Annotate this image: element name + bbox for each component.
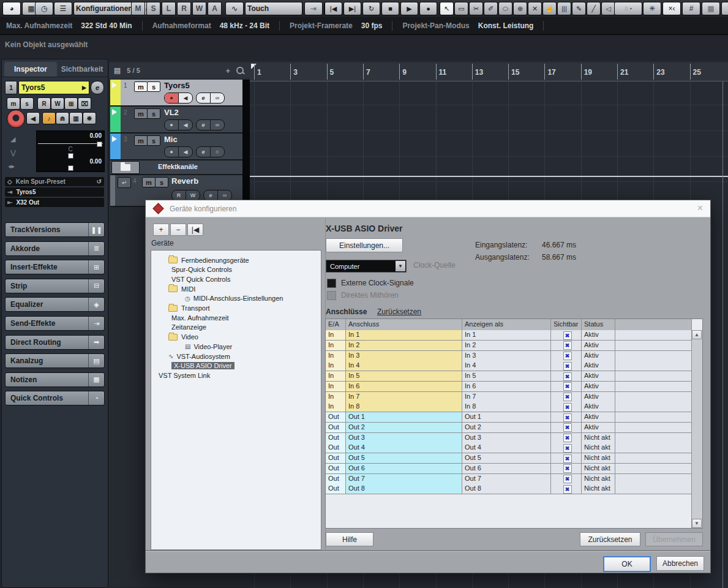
visible-cell[interactable]: ✖ (551, 464, 582, 473)
record-enable-button[interactable]: ● (165, 120, 178, 130)
monitor-button[interactable]: ◀ (178, 93, 192, 103)
edit-channel-button[interactable]: e (197, 147, 210, 157)
visible-cell[interactable]: ✖ (551, 423, 582, 432)
tree-item-fernbedienungsger-te[interactable]: Fernbedienungsgeräte (168, 255, 249, 265)
scroll-down-icon[interactable]: ▼ (692, 519, 702, 528)
read-automation-button[interactable]: R (37, 97, 51, 110)
goto-start-button[interactable]: |◀ (325, 2, 342, 15)
dialog-title-bar[interactable]: Geräte konfigurieren × (146, 200, 710, 217)
solo-button[interactable]: s (20, 97, 34, 110)
line-tool[interactable]: ╱ (587, 2, 601, 15)
edit-channel-button[interactable]: e (204, 190, 217, 200)
table-row[interactable]: OutOut 2Out 2✖Aktiv (326, 423, 692, 433)
ok-button[interactable]: OK (603, 556, 651, 572)
track-name[interactable]: VL2 (164, 108, 179, 117)
add-track-icon[interactable]: + (225, 66, 230, 75)
external-clock-checkbox[interactable] (327, 279, 336, 288)
reset-devices-icon[interactable]: |◀ (187, 224, 203, 236)
table-row[interactable]: OutOut 6Out 6✖Nicht akt (326, 464, 692, 474)
section-notizen[interactable]: Notizen▦ (5, 372, 105, 387)
punch-marker-icon[interactable]: ⇥ (304, 2, 323, 15)
mute-button[interactable]: m (7, 97, 20, 110)
tree-item-midi-anschluss-einstellungen[interactable]: ◷MIDI-Anschluss-Einstellungen (185, 294, 283, 303)
preset-reload-icon[interactable]: ↺ (97, 178, 102, 185)
solo-button[interactable]: s (147, 81, 160, 92)
audition-tool[interactable]: ◁ (601, 2, 615, 15)
history-icon[interactable]: ◷ (35, 2, 53, 15)
vertical-scrollbar[interactable]: ▲ ▼ (691, 330, 702, 528)
visible-checkbox[interactable]: ✖ (563, 372, 572, 381)
zoom-tool[interactable]: ⊕ (513, 2, 527, 15)
input-routing-row[interactable]: ⇥ Tyros5 (5, 187, 104, 197)
volume-slider[interactable] (38, 143, 103, 144)
visible-cell[interactable]: ✖ (551, 341, 582, 350)
edit-channel-button[interactable]: e (197, 93, 210, 103)
grid-type-dropdown[interactable]: ⎍ ▾ (614, 2, 642, 15)
track-row-vl2[interactable]: 2 m s VL2 ● ◀ e ∞ (110, 107, 242, 134)
table-row[interactable]: InIn 4In 4✖Aktiv (326, 361, 692, 371)
column-header-anzeigen-als[interactable]: Anzeigen als (462, 319, 551, 330)
hilfe-button[interactable]: Hilfe (326, 532, 373, 546)
edit-channel-button[interactable]: e (91, 81, 104, 94)
section-equalizer[interactable]: Equalizer◈ (5, 297, 105, 312)
tab-sichtbarkeit[interactable]: Sichtbarkeit (58, 62, 106, 77)
visible-checkbox[interactable]: ✖ (563, 341, 572, 350)
table-row[interactable]: InIn 1In 1✖Aktiv (326, 330, 692, 341)
visible-checkbox[interactable]: ✖ (563, 382, 572, 391)
zuruecksetzen-button[interactable]: Zurücksetzen (580, 532, 640, 546)
mute-button[interactable]: m (134, 135, 148, 146)
table-row[interactable]: OutOut 8Out 8✖Nicht akt (326, 484, 692, 494)
draw-tool[interactable]: ✎ (572, 2, 586, 15)
visible-checkbox[interactable]: ✖ (563, 331, 572, 340)
monitor-button[interactable]: ◀ (178, 147, 192, 157)
tab-inspector[interactable]: Inspector (4, 62, 57, 77)
visible-cell[interactable]: ✖ (551, 484, 582, 494)
activate-project-icon[interactable]: ◕ (2, 2, 21, 15)
visible-cell[interactable]: ✖ (551, 351, 582, 361)
snap-icon[interactable]: ×‹ (662, 2, 681, 15)
folder-icon[interactable] (111, 161, 140, 174)
play-button[interactable]: ▶ (400, 2, 418, 15)
split-tool[interactable]: ✂ (469, 2, 483, 15)
visible-checkbox[interactable]: ✖ (563, 423, 572, 432)
cycle-button[interactable]: ↻ (362, 2, 380, 15)
record-enable-button[interactable]: ● (165, 147, 178, 157)
open-device-icon[interactable]: ⊞ (64, 97, 78, 110)
section-kanalzug[interactable]: Kanalzug▤ (5, 353, 105, 368)
table-row[interactable]: InIn 2In 2✖Aktiv (326, 341, 692, 351)
show-lanes-icon[interactable]: ▥ (69, 112, 83, 124)
column-header-e-a[interactable]: E/A (326, 319, 346, 330)
remove-device-icon[interactable]: − (170, 224, 186, 236)
tree-item-x-usb-asio-driver[interactable]: X-USB ASIO Driver (171, 361, 235, 371)
table-row[interactable]: OutOut 1Out 1✖Aktiv (326, 412, 692, 423)
add-device-icon[interactable]: + (153, 224, 169, 236)
visible-cell[interactable]: ✖ (551, 371, 582, 381)
track-row-tyors5[interactable]: 1 m s Tyors5 ● ◀ e ∞ (110, 80, 242, 107)
table-row[interactable]: OutOut 4Out 4✖Nicht akt (326, 443, 692, 453)
tree-item-max-aufnahmezeit[interactable]: Max. Aufnahmezeit (171, 313, 229, 322)
select-tool[interactable]: ↖ (440, 2, 454, 15)
tree-item-transport[interactable]: Transport (168, 304, 210, 313)
column-header-anschluss[interactable]: Anschluss (346, 319, 462, 330)
abbrechen-button[interactable]: Abbrechen (656, 556, 704, 571)
track-name-field[interactable]: Tyors5 ▶ (18, 81, 89, 94)
track-preset-row[interactable]: ◇ Kein Spur-Preset ↺ (5, 177, 104, 186)
visible-cell[interactable]: ✖ (551, 361, 582, 371)
section-quick-controls[interactable]: Quick Controls◔ (5, 391, 105, 405)
automation-letter-m[interactable]: M (131, 2, 145, 15)
delay-handle[interactable] (68, 165, 73, 171)
visible-checkbox[interactable]: ✖ (563, 464, 572, 473)
tree-item-zeitanzeige[interactable]: Zeitanzeige (171, 323, 206, 332)
automation-letter-s[interactable]: S (146, 2, 160, 15)
table-row[interactable]: OutOut 5Out 5✖Nicht akt (326, 453, 692, 464)
read-automation-button[interactable]: R (172, 190, 186, 200)
track-name[interactable]: Reverb (171, 176, 198, 186)
column-header-sichtbar[interactable]: Sichtbar (551, 319, 582, 330)
write-automation-button[interactable]: W (186, 190, 200, 200)
visible-cell[interactable]: ✖ (551, 474, 582, 484)
visible-checkbox[interactable]: ✖ (563, 485, 572, 494)
track-row-mic[interactable]: 3 m s Mic ● ◀ e ○ (110, 134, 242, 160)
table-row[interactable]: InIn 6In 6✖Aktiv (326, 382, 692, 392)
automation-mode-dropdown[interactable]: Touch (245, 2, 302, 15)
visible-checkbox[interactable]: ✖ (563, 413, 572, 422)
